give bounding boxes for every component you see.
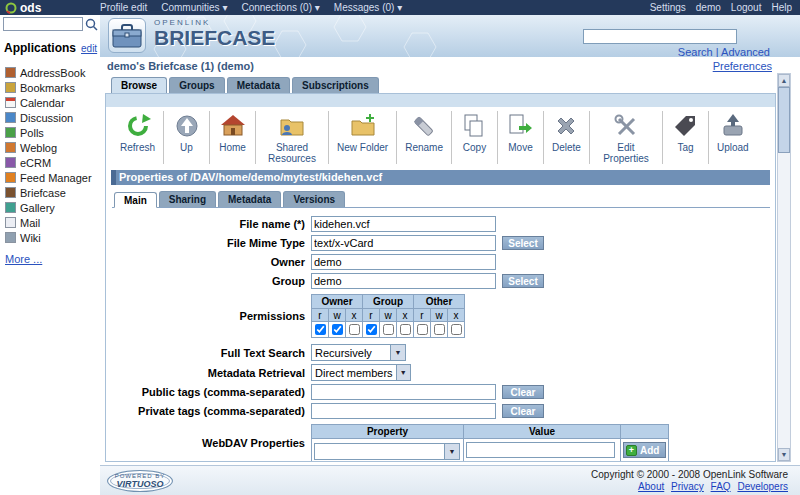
webdav-value-header: Value [464,425,621,439]
upload-button[interactable]: Upload [709,111,757,164]
main-area: Browse Groups Metadata Subscriptions Ref… [100,75,800,465]
perm-col-w: w [329,309,346,322]
tab-properties-metadata[interactable]: Metadata [218,191,281,207]
preferences-link[interactable]: Preferences [713,60,772,72]
sidebar-item-feed-manager[interactable]: Feed Manager [0,170,100,185]
privacy-link[interactable]: Privacy [671,481,704,492]
faq-link[interactable]: FAQ [711,481,731,492]
main-tabs: Browse Groups Metadata Subscriptions [100,75,800,93]
sidebar-item-ecrm[interactable]: eCRM [0,155,100,170]
perm-other-r-checkbox[interactable] [417,324,428,335]
sidebar-item-bookmarks[interactable]: Bookmarks [0,80,100,95]
delete-button[interactable]: Delete [544,111,590,164]
perm-owner-x-checkbox[interactable] [349,324,360,335]
mime-select-button[interactable]: Select [502,236,544,250]
perm-col-r: r [414,309,431,322]
tab-body-strip [106,94,775,107]
perm-owner-w-checkbox[interactable] [332,324,343,335]
copy-button[interactable]: Copy [452,111,498,164]
ods-logo[interactable]: ods [0,1,100,15]
perm-owner-r-checkbox[interactable] [315,324,326,335]
home-button[interactable]: Home [210,111,256,164]
webdav-property-select[interactable]: ▼ [314,443,460,460]
breadcrumb-row: demo's Briefcase (1) (demo) Preferences [100,57,800,75]
tab-versions[interactable]: Versions [283,191,345,207]
mime-type-input[interactable] [311,235,496,251]
sidebar-item-briefcase[interactable]: Briefcase [0,185,100,200]
sidebar-item-addressbook[interactable]: AddressBook [0,65,100,80]
scroll-up-button[interactable]: ▲ [778,74,790,87]
webdav-add-button[interactable]: + Add [623,442,666,458]
tab-subscriptions[interactable]: Subscriptions [292,77,379,93]
advanced-search-link[interactable]: Advanced [721,46,770,57]
sidebar-item-weblog[interactable]: Weblog [0,140,100,155]
owner-input[interactable] [311,254,496,270]
sidebar-item-mail[interactable]: Mail [0,215,100,230]
header-search-input[interactable] [583,29,737,44]
full-text-search-select[interactable]: Recursively ▼ [311,344,406,361]
developers-link[interactable]: Developers [737,481,788,492]
tag-button[interactable]: Tag [663,111,709,164]
tab-metadata[interactable]: Metadata [227,77,290,93]
top-bar: ods Profile edit Communities ▾ Connectio… [0,0,800,15]
private-tags-clear-button[interactable]: Clear [502,404,544,418]
up-button[interactable]: Up [164,111,210,164]
refresh-button[interactable]: Refresh [112,111,164,164]
move-icon [507,113,533,139]
group-label: Group [106,275,311,287]
perm-group-r-checkbox[interactable] [366,324,377,335]
rename-button[interactable]: Rename [397,111,452,164]
nav-profile[interactable]: Profile edit [100,2,147,13]
search-icon[interactable] [85,18,98,31]
nav-help[interactable]: Help [771,2,792,13]
sidebar-item-calendar[interactable]: Calendar [0,95,100,110]
new-folder-button[interactable]: New Folder [329,111,397,164]
file-name-input[interactable] [311,216,496,232]
webdav-value-input[interactable] [466,442,615,458]
shared-resources-button[interactable]: Shared Resources [256,111,329,164]
nav-settings[interactable]: Settings [650,2,686,13]
public-tags-clear-button[interactable]: Clear [502,385,544,399]
nav-logout[interactable]: Logout [731,2,762,13]
tab-browse[interactable]: Browse [111,77,167,93]
group-select-button[interactable]: Select [502,274,544,288]
scroll-down-button[interactable]: ▼ [778,448,790,461]
virtuoso-badge[interactable]: POWERED BY VIRTUOSO [107,470,173,492]
sidebar-search-input[interactable] [3,17,83,31]
toolbar-label: Upload [717,142,749,153]
public-tags-input[interactable] [311,384,496,400]
move-button[interactable]: Move [498,111,544,164]
tab-main[interactable]: Main [114,192,157,208]
sidebar-item-gallery[interactable]: Gallery [0,200,100,215]
private-tags-input[interactable] [311,403,496,419]
briefcase-logo[interactable] [108,18,146,53]
scrollbar-thumb[interactable] [778,87,790,153]
nav-communities[interactable]: Communities ▾ [161,2,227,13]
group-input[interactable] [311,273,496,289]
perm-col-r: r [312,309,329,322]
tab-groups[interactable]: Groups [169,77,225,93]
sidebar-item-polls[interactable]: Polls [0,125,100,140]
nav-connections[interactable]: Connections (0) ▾ [241,2,319,13]
applications-edit-link[interactable]: edit [81,43,97,54]
perm-other-w-checkbox[interactable] [434,324,445,335]
sidebar-item-label: Wiki [20,232,41,244]
more-applications-link[interactable]: More ... [5,253,42,265]
metadata-retrieval-select[interactable]: Direct members ▼ [311,364,411,381]
properties-tabs: Main Sharing Metadata Versions [112,191,770,208]
toolbar-label: Rename [405,142,443,153]
nav-user[interactable]: demo [696,2,721,13]
perm-group-x-checkbox[interactable] [400,324,411,335]
nav-messages[interactable]: Messages (0) ▾ [334,2,402,13]
perm-other-x-checkbox[interactable] [451,324,462,335]
edit-properties-button[interactable]: Edit Properties [590,111,663,164]
mail-icon [5,217,16,228]
sidebar-item-wiki[interactable]: Wiki [0,230,100,245]
briefcase-logo-icon [109,20,145,52]
about-link[interactable]: About [638,481,664,492]
vertical-scrollbar[interactable]: ▲ ▼ [777,73,791,462]
tab-sharing[interactable]: Sharing [159,191,216,207]
sidebar-item-discussion[interactable]: Discussion [0,110,100,125]
search-link[interactable]: Search [678,46,713,57]
perm-group-w-checkbox[interactable] [383,324,394,335]
